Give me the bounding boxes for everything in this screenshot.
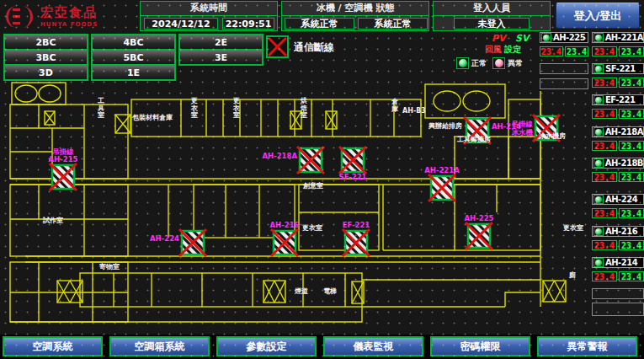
normal-lamp-icon [456, 57, 469, 69]
unit-row-AH-218B[interactable]: AH-218B [592, 158, 644, 169]
system-time-panel: 系統時間 2024/12/12 22:09:51 [140, 1, 278, 31]
nav-button-異常警報[interactable]: 異常警報 [537, 336, 637, 356]
date-value: 2024/12/12 [144, 18, 218, 29]
time-value: 22:09:51 [222, 18, 274, 29]
unit-name: AH-224 [605, 195, 637, 204]
unit-plan-label: AH-215 [49, 155, 78, 163]
unit-sv-value: 23.4 [565, 46, 588, 56]
unit-row-AH-225[interactable]: AH-225 [540, 32, 588, 43]
unit-row-SF-221[interactable]: SF-221 [592, 63, 644, 74]
stairs-icon [263, 281, 285, 303]
unit-plan-label: AH-216 [270, 221, 300, 229]
unit-pv-value: 23.4 [540, 46, 563, 56]
unit-pv-value: 23.4 [592, 141, 617, 151]
unit-sv-value: 23.4 [619, 208, 644, 218]
floor-button-3D[interactable]: 3D [3, 64, 88, 81]
unit-pv-value: 23.4 [592, 109, 617, 119]
unit-pv-value: 23.4 [592, 208, 617, 218]
unit-row-AH-221A[interactable]: AH-221A [592, 32, 644, 43]
unit-alarm-icon-SF-221[interactable]: SF-221 [339, 147, 367, 181]
unit-lamp-icon [593, 64, 604, 73]
unit-plan-label: SF-221 [339, 173, 367, 181]
unit-values-AH-221A: 23.423.4 [592, 46, 644, 56]
room-label: 電梯 [323, 287, 337, 295]
unit-plan-label: 冰水機 [512, 128, 534, 137]
stairs-icon [326, 111, 337, 129]
unit-alarm-icon-EF-221[interactable]: EF-221 [343, 221, 370, 256]
room-label: 更衣室 [190, 97, 199, 119]
unit-name: AH-218A [605, 127, 643, 137]
logo-subtext: HUNYA FOODS [40, 21, 98, 28]
nav-button-密碼權限[interactable]: 密碼權限 [430, 336, 530, 356]
room-label: 興辦給排房 [428, 121, 462, 130]
login-state: 未登入 [454, 18, 530, 29]
floor-button-2BC[interactable]: 2BC [3, 34, 88, 51]
unit-alarm-icon-AH-216[interactable]: AH-216 [270, 221, 300, 256]
machine-status-panel: 冰機 / 空調機 狀態 系統正常 系統正常 [281, 1, 429, 31]
logo-icon [5, 3, 35, 30]
room-label: 烘焙室 [300, 97, 307, 119]
unit-plan-label: 吊掛線 [512, 120, 534, 128]
unit-sv-value: 23.4 [619, 141, 644, 151]
room-label: 工具焊接房 [456, 135, 491, 143]
nav-button-空調箱系統[interactable]: 空調箱系統 [109, 336, 210, 356]
login-logout-button[interactable]: 登入/登出 [556, 3, 640, 29]
unit-values-AH-218A: 23.423.4 [592, 141, 644, 151]
unit-plan-label: AH-224 [150, 234, 179, 243]
nav-button-參數設定[interactable]: 參數設定 [216, 336, 317, 356]
floor-button-3E[interactable]: 3E [178, 49, 263, 66]
stairs-icon [57, 281, 82, 303]
floor-button-5BC[interactable]: 5BC [91, 49, 176, 66]
unit-row-AH-216[interactable]: AH-216 [592, 226, 644, 237]
machine-status-label: 冰機 / 空調機 狀態 [282, 2, 428, 16]
unit-pv-value: 23.4 [592, 46, 617, 56]
sv-name-label: 設定 [504, 44, 521, 56]
room-label: 更衣室 [232, 97, 241, 119]
unit-row-AH-214[interactable]: AH-214 [592, 257, 644, 268]
pv-name-label: 回風 [485, 44, 502, 56]
unit-pv-value: 23.4 [592, 240, 617, 250]
nav-button-空調系統[interactable]: 空調系統 [3, 336, 103, 356]
unit-name: AH-221A [605, 33, 643, 42]
unit-alarm-icon-吊掛線AH-215[interactable]: 吊掛線AH-215 [49, 147, 78, 190]
comm-fail-label: 通信斷線 [294, 40, 334, 55]
login-label: 登入人員 [434, 2, 550, 16]
pv-label: PV [492, 33, 506, 44]
unit-plan-label: AH-225 [465, 214, 494, 222]
room-label: AH-B3 [402, 107, 426, 115]
unit-values-AH-224: 23.423.4 [592, 208, 644, 218]
empty-slot [592, 288, 644, 299]
stairs-icon [45, 111, 55, 125]
abnormal-lamp-icon [492, 57, 505, 69]
unit-row-EF-221[interactable]: EF-221 [592, 94, 644, 105]
unit-name: AH-216 [605, 227, 637, 236]
login-panel: 登入人員 未登入 [433, 1, 551, 31]
unit-values-AH-225: 23.423.4 [540, 46, 588, 56]
unit-alarm-icon-AH-225[interactable]: AH-225 [465, 214, 494, 249]
unit-lamp-icon [593, 258, 604, 267]
unit-lamp-icon [593, 33, 604, 42]
room-label: 工具室 [97, 97, 104, 119]
unit-values-EF-221: 23.423.4 [592, 109, 644, 119]
unit-plan-label: AH-221A [424, 166, 460, 174]
floor-button-2E[interactable]: 2E [178, 34, 263, 51]
comm-fail-icon [266, 35, 289, 58]
sv-label: SV [515, 33, 529, 44]
hmi-screen: 宏亞食品 HUNYA FOODS 系統時間 2024/12/12 22:09:5… [0, 0, 644, 359]
floor-button-3BC[interactable]: 3BC [3, 49, 88, 66]
unit-alarm-icon-AH-224[interactable]: AH-224 [150, 229, 206, 256]
room-label: 創意室 [302, 181, 323, 190]
floor-button-1E[interactable]: 1E [91, 64, 176, 81]
room-label: 試作室 [42, 216, 63, 224]
unit-row-AH-218A[interactable]: AH-218A [592, 126, 644, 137]
room-label: 煙道 [294, 287, 309, 295]
unit-values-AH-216: 23.423.4 [592, 240, 644, 250]
abnormal-label: 異常 [508, 58, 523, 69]
nav-button-儀表監視[interactable]: 儀表監視 [323, 336, 423, 356]
unit-values-SF-221: 23.423.4 [592, 78, 644, 88]
unit-alarm-icon-AH-218A[interactable]: AH-218A [262, 147, 324, 174]
unit-values-AH-214: 23.423.4 [592, 271, 644, 281]
chiller-status: 系統正常 [285, 18, 354, 29]
unit-row-AH-224[interactable]: AH-224 [592, 194, 644, 205]
floor-button-4BC[interactable]: 4BC [91, 34, 176, 51]
